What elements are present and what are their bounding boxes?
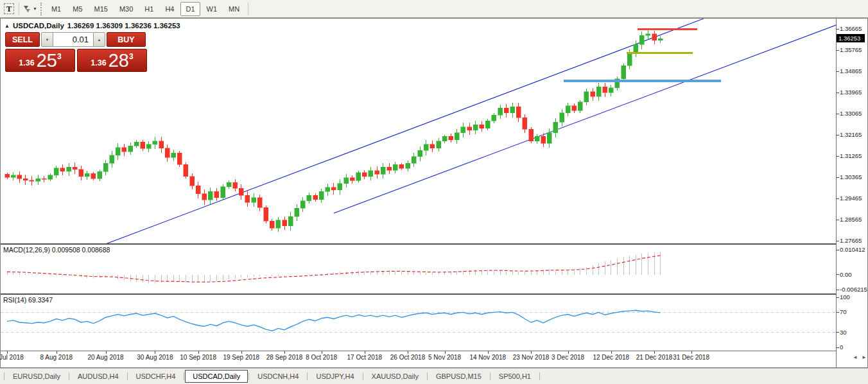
timeframe-button-mn[interactable]: MN: [223, 2, 245, 16]
price-axis-label: 1.34865: [840, 67, 862, 74]
date-axis-label: 20 Aug 2018: [82, 354, 130, 361]
macd-axis-tick: [837, 274, 839, 275]
price-axis-label: 1.27665: [840, 237, 862, 244]
tab-usdcnh-h4[interactable]: USDCNH,H4: [250, 370, 306, 383]
tab-usdcad-daily[interactable]: USDCAD,Daily: [185, 370, 248, 383]
price-axis-tick: [837, 135, 839, 135]
timeframe-group: M1M5M15M30H1H4D1W1MN: [46, 2, 245, 16]
date-axis-label: 12 Dec 2018: [587, 354, 636, 361]
date-axis-label: 10 Sep 2018: [174, 354, 223, 361]
chart-title-row: ▲ USDCAD,Daily 1.36269 1.36309 1.36236 1…: [4, 22, 180, 30]
price-axis-tick: [837, 198, 839, 199]
rsi-pane: RSI(14) 69.3347: [1, 295, 836, 351]
price-axis-label: 1.31265: [840, 152, 862, 159]
tab-separator: [539, 372, 540, 380]
price-axis-tick: [837, 71, 839, 72]
tab-sp500-h1[interactable]: SP500,H1: [491, 370, 539, 383]
rsi-chart-canvas[interactable]: [1, 295, 836, 351]
timeframe-button-m1[interactable]: M1: [46, 2, 66, 16]
timeframe-button-h1[interactable]: H1: [139, 2, 159, 16]
macd-axis-label: -0.006215: [840, 286, 867, 293]
price-axis-label: 1.33965: [840, 89, 862, 96]
tab-separator: [248, 372, 249, 380]
volume-input[interactable]: [53, 32, 93, 47]
rsi-axis-tick: [837, 347, 839, 348]
timeframe-button-m15[interactable]: M15: [89, 2, 113, 16]
timeframe-button-w1[interactable]: W1: [202, 2, 223, 16]
toolbar-separator: [248, 3, 248, 15]
rsi-axis-tick: [837, 332, 839, 333]
rsi-axis-tick: [837, 297, 839, 298]
price-scale[interactable]: 1.36253 1.366651.357651.348651.339651.33…: [836, 19, 867, 367]
price-axis-label: 1.28565: [840, 216, 862, 223]
price-axis-tick: [837, 156, 839, 157]
chart-ohlc-values: 1.36269 1.36309 1.36236 1.36253: [67, 22, 180, 30]
scroll-left-icon[interactable]: ◄: [853, 354, 858, 360]
date-axis-label: 14 Nov 2018: [464, 354, 512, 361]
chevron-down-icon[interactable]: ▼: [33, 6, 37, 11]
tab-gbpusd-m15[interactable]: GBPUSD,M15: [428, 370, 489, 383]
volume-increase-button[interactable]: ▲: [93, 32, 105, 47]
price-axis-label: 1.29465: [840, 195, 862, 202]
price-axis-label: 1.30365: [840, 173, 862, 180]
scroll-right-icon[interactable]: ►: [862, 354, 867, 360]
rsi-axis-tick: [837, 312, 839, 313]
date-axis-label: 31 Dec 2018: [667, 354, 716, 361]
tab-separator: [427, 372, 428, 380]
tab-separator: [127, 372, 128, 380]
text-tool-button[interactable]: T: [2, 2, 16, 16]
buy-price-box[interactable]: 1.36 28 3: [77, 49, 147, 72]
macd-label: MACD(12,26,9) 0.009508 0.008688: [3, 246, 110, 254]
buy-button[interactable]: BUY: [107, 32, 146, 47]
text-tool-icon: T: [4, 3, 15, 14]
tab-separator: [4, 372, 4, 380]
toolbar-grip[interactable]: [40, 3, 42, 15]
tab-usdchf-h4[interactable]: USDCHF,H4: [128, 370, 184, 383]
price-axis-label: 1.35765: [840, 46, 862, 53]
rsi-axis-label: 70: [840, 308, 847, 315]
timeframe-button-m30[interactable]: M30: [114, 2, 138, 16]
tab-separator: [184, 372, 184, 380]
arrows-tool-button[interactable]: ▼: [22, 2, 37, 16]
tab-usdjpy-h4[interactable]: USDJPY,H4: [308, 370, 361, 383]
price-axis-tick: [837, 92, 839, 93]
price-pane: ▲ USDCAD,Daily 1.36269 1.36309 1.36236 1…: [1, 19, 836, 243]
volume-decrease-button[interactable]: ▼: [41, 32, 53, 47]
buy-price-prefix: 1.36: [91, 58, 106, 67]
sell-price-prefix: 1.36: [19, 58, 34, 67]
price-axis-tick: [837, 241, 839, 241]
timeframe-button-m5[interactable]: M5: [67, 2, 87, 16]
macd-chart-canvas[interactable]: [1, 245, 836, 293]
sell-price-pip: 3: [57, 52, 62, 61]
macd-axis-tick: [837, 250, 839, 250]
price-axis-tick: [837, 177, 839, 178]
tab-xauusd-daily[interactable]: XAUUSD,Daily: [364, 370, 426, 383]
price-axis-tick: [837, 50, 839, 51]
rsi-axis-label: 100: [840, 293, 850, 301]
arrows-tool-icon: [22, 4, 31, 13]
macd-pane: MACD(12,26,9) 0.009508 0.008688: [1, 245, 836, 293]
timeframe-button-d1[interactable]: D1: [180, 2, 200, 16]
toolbar: T ▼ M1M5M15M30H1H4D1W1MN: [0, 0, 868, 18]
date-axis-label: 17 Oct 2018: [340, 354, 389, 361]
tab-separator: [490, 372, 490, 380]
current-price-tag: 1.36253: [837, 34, 865, 42]
tab-separator: [363, 372, 363, 380]
price-axis-label: 1.36665: [840, 25, 862, 32]
date-axis-label: 19 Sep 2018: [217, 354, 266, 361]
one-click-trade-panel: SELL ▼ ▲ BUY 1.36 25 3 1.36 28 3: [5, 32, 147, 72]
sell-button[interactable]: SELL: [5, 32, 40, 47]
date-axis-label: 8 Aug 2018: [32, 354, 81, 361]
rsi-label: RSI(14) 69.3347: [3, 296, 53, 304]
collapse-triangle-icon[interactable]: ▲: [4, 23, 10, 29]
sell-price-big: 25: [37, 51, 57, 70]
price-axis-tick: [837, 29, 839, 30]
sell-price-box[interactable]: 1.36 25 3: [5, 49, 75, 72]
date-axis-label: 5 Nov 2018: [421, 354, 469, 361]
chart-window: ▲ USDCAD,Daily 1.36269 1.36309 1.36236 1…: [0, 18, 868, 368]
timeframe-button-h4[interactable]: H4: [160, 2, 179, 16]
date-axis[interactable]: 27 Jul 20188 Aug 201820 Aug 201830 Aug 2…: [1, 351, 836, 367]
date-axis-label: 8 Oct 2018: [297, 354, 346, 361]
tab-eurusd-daily[interactable]: EURUSD,Daily: [5, 370, 68, 383]
tab-audusd-h4[interactable]: AUDUSD,H4: [70, 370, 126, 383]
